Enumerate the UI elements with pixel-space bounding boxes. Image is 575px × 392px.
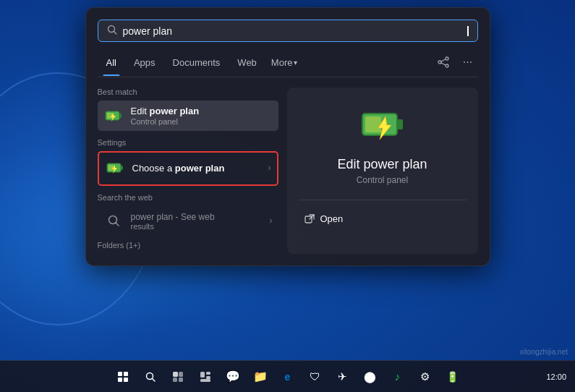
web-section: Search the web power plan - See web resu… [98, 193, 278, 235]
choose-power-plan-title: Choose a power plan [132, 163, 261, 174]
svg-rect-30 [179, 372, 183, 377]
right-panel: Edit power plan Control panel Open [287, 88, 478, 254]
svg-rect-12 [121, 166, 123, 170]
open-button[interactable]: Open [299, 210, 349, 227]
svg-rect-21 [305, 216, 312, 223]
svg-rect-18 [397, 119, 403, 129]
choose-power-plan-text: Choose a power plan [132, 163, 261, 174]
share-icon[interactable] [433, 52, 453, 72]
svg-rect-25 [118, 378, 122, 382]
search-icon [107, 25, 117, 37]
svg-rect-36 [206, 376, 210, 379]
svg-line-5 [441, 59, 446, 61]
taskbar-chat[interactable]: 💬 [221, 365, 244, 388]
svg-rect-26 [124, 378, 128, 382]
taskbar-edge[interactable]: e [276, 365, 299, 388]
taskbar-widgets[interactable] [194, 365, 217, 388]
settings-section: Settings Cho [98, 138, 278, 186]
tab-web[interactable]: Web [229, 54, 265, 71]
taskbar: 💬 📁 e 🛡 ✈ ⬤ ♪ ⚙ 🔋 12:00 [0, 360, 575, 392]
search-overlay: power plan All Apps Documents Web More ▾… [85, 7, 490, 266]
tab-more[interactable]: More ▾ [265, 54, 304, 71]
taskbar-search[interactable] [139, 365, 162, 388]
search-cursor [467, 26, 469, 36]
divider [299, 200, 467, 200]
svg-rect-19 [365, 116, 381, 132]
taskbar-settings[interactable]: ⚙ [414, 365, 437, 388]
search-input-text: power plan [123, 25, 467, 37]
svg-line-1 [114, 32, 116, 35]
tab-all[interactable]: All [98, 54, 125, 71]
settings-item-highlighted: Choose a power plan › [98, 151, 278, 186]
web-section-label: Search the web [98, 193, 278, 202]
taskbar-battery[interactable]: 🔋 [441, 365, 464, 388]
search-tabs: All Apps Documents Web More ▾ ··· [98, 52, 478, 77]
taskbar-app1[interactable]: 🛡 [304, 365, 327, 388]
best-match-text: Edit power plan Control panel [131, 106, 273, 126]
svg-rect-34 [206, 372, 210, 375]
open-label: Open [320, 213, 344, 224]
taskbar-time[interactable]: 12:00 [546, 372, 566, 381]
best-match-label: Best match [98, 88, 278, 96]
svg-rect-8 [119, 114, 122, 118]
taskbar-chrome[interactable]: ⬤ [359, 365, 382, 388]
taskbar-right: 12:00 [546, 372, 566, 381]
left-panel: Best match Edit power plan Control panel [98, 88, 278, 254]
taskbar-telegram[interactable]: ✈ [331, 365, 354, 388]
svg-rect-23 [118, 372, 122, 376]
more-options-icon[interactable]: ··· [458, 52, 478, 72]
svg-point-4 [446, 64, 448, 67]
web-arrow-icon: › [270, 216, 273, 226]
svg-rect-24 [124, 372, 128, 376]
detail-title: Edit power plan [337, 157, 427, 172]
folders-label: Folders (1+) [98, 241, 278, 250]
choose-power-plan-item[interactable]: Choose a power plan › [99, 153, 277, 183]
chevron-down-icon: ▾ [294, 59, 297, 67]
svg-rect-33 [200, 372, 205, 378]
svg-line-6 [441, 63, 446, 65]
start-button[interactable] [111, 365, 135, 388]
search-box[interactable]: power plan [98, 20, 478, 42]
svg-point-3 [438, 61, 441, 64]
taskbar-explorer[interactable]: 📁 [249, 365, 272, 388]
web-main-text: power plan - See web [131, 211, 263, 222]
svg-line-28 [152, 378, 155, 381]
web-search-text: power plan - See web results [131, 211, 263, 231]
arrow-right-icon: › [268, 163, 271, 173]
best-match-subtitle: Control panel [131, 117, 273, 126]
taskbar-taskview[interactable] [166, 365, 189, 388]
choose-power-icon [105, 158, 125, 178]
svg-line-16 [116, 223, 119, 226]
web-sub-text: results [131, 222, 263, 231]
svg-rect-32 [179, 378, 183, 382]
folders-section: Folders (1+) [98, 241, 278, 250]
svg-rect-29 [173, 372, 178, 377]
web-search-item[interactable]: power plan - See web results › [98, 206, 278, 235]
detail-subtitle: Control panel [357, 175, 408, 185]
settings-label: Settings [98, 138, 278, 147]
taskbar-spotify[interactable]: ♪ [386, 365, 409, 388]
web-search-icon [103, 210, 124, 231]
best-match-item[interactable]: Edit power plan Control panel [98, 101, 278, 131]
watermark: xitongzhijia.net [520, 348, 568, 356]
power-plan-icon [103, 106, 124, 126]
tab-apps[interactable]: Apps [125, 54, 164, 71]
svg-rect-35 [200, 379, 210, 382]
tab-documents[interactable]: Documents [164, 54, 229, 71]
search-content: Best match Edit power plan Control panel [98, 88, 478, 254]
svg-rect-31 [173, 378, 177, 382]
svg-point-2 [446, 57, 448, 60]
best-match-title: Edit power plan [131, 106, 273, 116]
detail-app-icon [359, 102, 406, 148]
